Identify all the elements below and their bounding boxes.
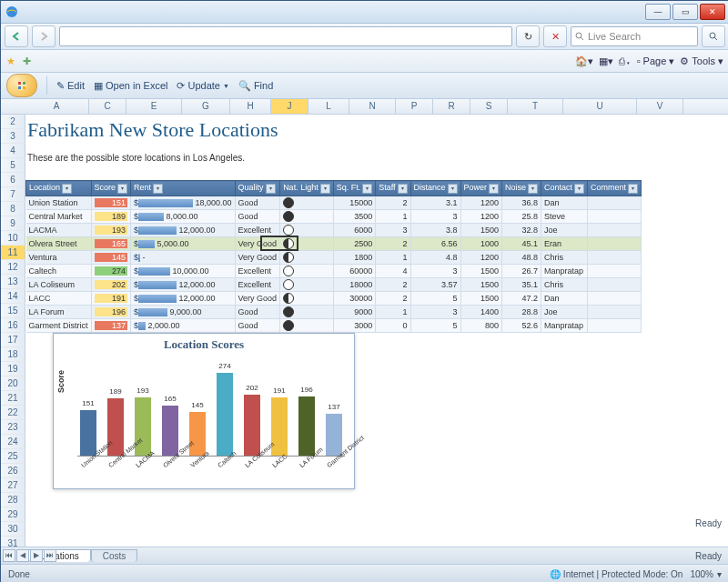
table-header[interactable]: Staff▾ (376, 181, 410, 196)
table-cell[interactable]: 30000 (333, 292, 376, 306)
table-header[interactable]: Comment▾ (588, 181, 642, 196)
address-bar[interactable] (59, 26, 512, 46)
table-cell[interactable]: $ 10,000.00 (131, 265, 236, 278)
row-header[interactable]: 26 (1, 464, 25, 478)
table-cell[interactable]: $ 12,000.00 (131, 292, 236, 306)
table-cell[interactable]: 2500 (333, 237, 376, 251)
table-cell[interactable]: 196 (91, 306, 131, 319)
table-cell[interactable]: Excellent (235, 278, 280, 292)
table-header[interactable]: Location▾ (26, 181, 92, 196)
table-row[interactable]: LACC191$ 12,000.00Very Good3000025150047… (26, 292, 642, 306)
column-header[interactable]: J (271, 99, 308, 114)
table-cell[interactable] (588, 306, 642, 319)
column-header[interactable]: H (230, 99, 271, 114)
row-header[interactable]: 18 (1, 347, 25, 362)
table-cell[interactable]: LACC (26, 292, 92, 306)
refresh-button[interactable]: ↻ (516, 25, 540, 47)
search-box[interactable]: Live Search (571, 26, 698, 46)
table-cell[interactable]: 60000 (333, 265, 376, 278)
table-cell[interactable]: Olvera Street (26, 237, 92, 251)
table-cell[interactable] (280, 196, 334, 210)
table-cell[interactable]: Good (235, 306, 280, 319)
tab-prev-button[interactable]: ◀ (16, 549, 29, 562)
column-header[interactable]: R (433, 99, 470, 114)
filter-button[interactable]: ▾ (117, 184, 127, 194)
filter-button[interactable]: ▾ (62, 184, 72, 194)
maximize-button[interactable]: ▭ (672, 4, 698, 20)
table-cell[interactable]: Very Good (235, 237, 280, 251)
table-cell[interactable]: 189 (91, 210, 131, 224)
row-header[interactable]: 3 (1, 129, 25, 144)
table-cell[interactable]: 3.57 (410, 278, 460, 292)
table-cell[interactable] (588, 278, 642, 292)
table-header[interactable]: Quality▾ (235, 181, 280, 196)
column-header[interactable]: T (508, 99, 563, 114)
row-header[interactable]: 6 (1, 173, 25, 187)
column-header[interactable]: S (470, 99, 508, 114)
row-header[interactable]: 29 (1, 507, 25, 522)
table-cell[interactable]: 3 (376, 224, 410, 237)
row-header[interactable]: 20 (1, 376, 25, 391)
table-cell[interactable]: Chris (541, 278, 588, 292)
table-row[interactable]: LACMA193$ 12,000.00Excellent600033.81500… (26, 224, 642, 237)
table-cell[interactable]: 1500 (460, 224, 502, 237)
table-cell[interactable] (588, 237, 642, 251)
back-button[interactable] (5, 25, 28, 47)
table-cell[interactable]: $ 9,000.00 (131, 306, 236, 319)
table-header[interactable]: Nat. Light▾ (280, 181, 334, 196)
table-cell[interactable]: LACMA (26, 224, 92, 237)
table-cell[interactable] (588, 251, 642, 265)
table-cell[interactable] (588, 292, 642, 306)
table-cell[interactable]: $ - (131, 251, 236, 265)
table-cell[interactable]: 2 (376, 292, 410, 306)
print-button[interactable]: ⎙▾ (619, 55, 632, 66)
table-header[interactable]: Power▾ (460, 181, 502, 196)
table-cell[interactable] (280, 210, 334, 224)
search-go-button[interactable] (702, 25, 725, 47)
table-cell[interactable]: Ventura (26, 251, 92, 265)
table-cell[interactable]: 1 (376, 306, 410, 319)
table-cell[interactable] (588, 265, 642, 278)
column-header[interactable]: G (182, 99, 230, 114)
table-row[interactable]: Central Market189$ 8,000.00Good350013120… (26, 210, 642, 224)
table-cell[interactable]: Very Good (235, 251, 280, 265)
table-cell[interactable]: 26.7 (502, 265, 541, 278)
tools-menu[interactable]: ⚙ Tools ▾ (680, 55, 723, 67)
table-row[interactable]: Garment District137$ 2,000.00Good3000058… (26, 319, 642, 333)
feeds-button[interactable]: ▦▾ (599, 55, 613, 67)
table-cell[interactable]: 6.56 (410, 237, 460, 251)
table-cell[interactable]: 191 (91, 292, 131, 306)
table-cell[interactable]: 9000 (333, 306, 376, 319)
table-cell[interactable]: 1200 (460, 251, 502, 265)
table-cell[interactable]: 202 (91, 278, 131, 292)
row-header[interactable]: 10 (1, 231, 25, 246)
table-cell[interactable]: 3 (410, 306, 460, 319)
table-cell[interactable] (588, 210, 642, 224)
filter-button[interactable]: ▾ (266, 184, 276, 194)
favorites-icon[interactable]: ★ (6, 55, 15, 67)
table-cell[interactable]: 3.8 (410, 224, 460, 237)
table-cell[interactable]: 32.8 (502, 224, 541, 237)
table-cell[interactable] (280, 224, 334, 237)
table-cell[interactable]: $ 5,000.00 (131, 237, 236, 251)
table-cell[interactable]: 1200 (460, 210, 502, 224)
table-cell[interactable] (280, 251, 334, 265)
table-cell[interactable]: Chris (541, 251, 588, 265)
table-cell[interactable]: 4.8 (410, 251, 460, 265)
column-header[interactable]: E (126, 99, 182, 114)
open-in-excel-button[interactable]: ▦ Open in Excel (94, 80, 167, 92)
table-cell[interactable]: 3500 (333, 210, 376, 224)
row-header[interactable]: 15 (1, 304, 25, 318)
table-cell[interactable]: $ 2,000.00 (131, 319, 236, 333)
table-cell[interactable]: 1 (376, 251, 410, 265)
row-header[interactable]: 11 (1, 246, 25, 260)
filter-button[interactable]: ▾ (362, 184, 372, 194)
row-header[interactable]: 31 (1, 537, 25, 547)
table-cell[interactable]: 45.1 (502, 237, 541, 251)
filter-button[interactable]: ▾ (398, 184, 408, 194)
table-cell[interactable]: Garment District (26, 319, 92, 333)
row-header[interactable]: 4 (1, 144, 25, 158)
column-header[interactable]: U (563, 99, 637, 114)
table-cell[interactable]: Joe (541, 224, 588, 237)
row-header[interactable]: 5 (1, 158, 25, 173)
